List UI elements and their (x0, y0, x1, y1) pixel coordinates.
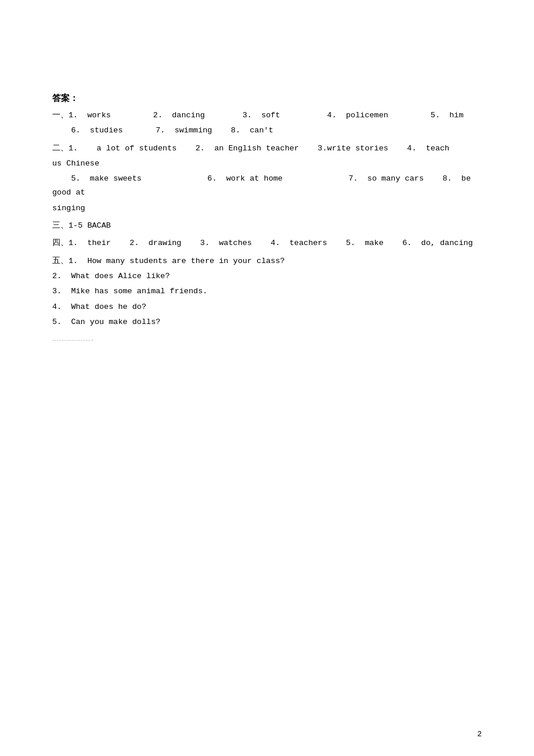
san-line-1: 三、1-5 BACAB (52, 219, 482, 233)
section-wu: 五、1. How many students are there in your… (52, 254, 482, 329)
wu-line-1: 五、1. How many students are there in your… (52, 254, 482, 268)
dotted-separator: ……………………. (52, 335, 482, 343)
yi-line-1: 一、1. works 2. dancing 3. soft 4. policem… (52, 109, 482, 123)
er-line-2: us Chinese (52, 157, 482, 171)
section-er: 二、1. a lot of students 2. an English tea… (52, 142, 482, 215)
section-yi: 一、1. works 2. dancing 3. soft 4. policem… (52, 109, 482, 138)
wu-line-5: 5. Can you make dolls? (52, 315, 482, 329)
page-number: 2 (477, 730, 482, 739)
wu-line-2: 2. What does Alice like? (52, 269, 482, 283)
answer-title-block: 答案： (52, 93, 482, 104)
wu-line-3: 3. Mike has some animal friends. (52, 285, 482, 298)
er-line-1: 二、1. a lot of students 2. an English tea… (52, 142, 482, 156)
page-container: 答案： 一、1. works 2. dancing 3. soft 4. pol… (0, 0, 534, 756)
er-line-3: 5. make sweets 6. work at home 7. so man… (52, 172, 482, 200)
si-line-1: 四、1. their 2. drawing 3. watches 4. teac… (52, 236, 482, 250)
yi-line-2: 6. studies 7. swimming 8. can't (52, 124, 482, 138)
er-line-4: singing (52, 201, 482, 215)
section-si: 四、1. their 2. drawing 3. watches 4. teac… (52, 236, 482, 250)
answer-title: 答案： (52, 93, 482, 104)
wu-line-4: 4. What does he do? (52, 300, 482, 314)
section-san: 三、1-5 BACAB (52, 219, 482, 233)
